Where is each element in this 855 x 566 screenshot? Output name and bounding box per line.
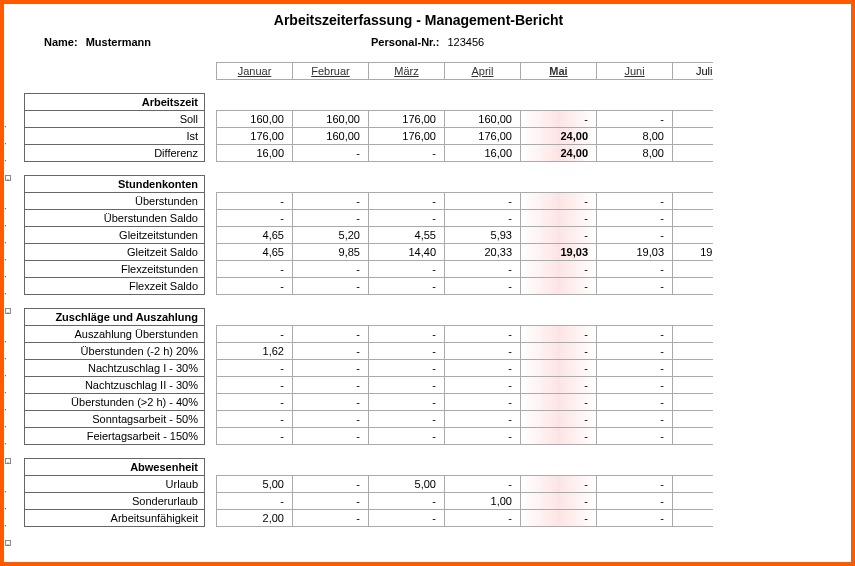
data-cell: - <box>293 261 369 278</box>
data-cell: 160,00 <box>293 111 369 128</box>
row-label: Überstunden Saldo <box>25 210 205 227</box>
data-cell: 19 <box>673 244 713 261</box>
data-cell <box>673 510 713 527</box>
data-cell: - <box>597 343 673 360</box>
data-cell: - <box>293 510 369 527</box>
data-cell: 24,00 <box>521 128 597 145</box>
data-cell: 176,00 <box>369 128 445 145</box>
data-cell: 5,93 <box>445 227 521 244</box>
data-cell: 4,65 <box>217 244 293 261</box>
data-cell: 160,00 <box>217 111 293 128</box>
data-cell: - <box>521 210 597 227</box>
month-header: März <box>369 63 445 80</box>
data-cell: - <box>597 428 673 445</box>
data-cell: - <box>445 360 521 377</box>
data-cell: - <box>369 394 445 411</box>
row-label: Feiertagsarbeit - 150% <box>25 428 205 445</box>
data-cell: - <box>293 210 369 227</box>
data-cell: - <box>293 360 369 377</box>
data-cell: - <box>521 411 597 428</box>
data-cell <box>673 360 713 377</box>
data-cell: - <box>445 343 521 360</box>
data-cell: - <box>597 377 673 394</box>
month-header: Februar <box>293 63 369 80</box>
data-cell: - <box>217 261 293 278</box>
data-cell: - <box>369 493 445 510</box>
row-label: Soll <box>25 111 205 128</box>
data-cell: - <box>217 493 293 510</box>
data-cell: 1,62 <box>217 343 293 360</box>
personnel-value: 123456 <box>448 36 485 48</box>
data-cell: - <box>521 377 597 394</box>
data-cell: - <box>369 145 445 162</box>
row-label: Überstunden (-2 h) 20% <box>25 343 205 360</box>
data-grid: JanuarFebruarMärzAprilMaiJuniJuliArbeits… <box>24 62 833 527</box>
data-cell: - <box>445 193 521 210</box>
data-cell: - <box>521 476 597 493</box>
data-cell: - <box>597 510 673 527</box>
data-cell <box>673 377 713 394</box>
data-cell: - <box>217 193 293 210</box>
data-cell: - <box>369 360 445 377</box>
row-label: Gleitzeitstunden <box>25 227 205 244</box>
data-cell: - <box>293 394 369 411</box>
data-cell <box>673 111 713 128</box>
data-cell: 24,00 <box>521 145 597 162</box>
data-cell: - <box>597 193 673 210</box>
data-cell: - <box>597 394 673 411</box>
outline-gutter: ···- ······- ·······- ···- <box>4 62 18 551</box>
data-cell: - <box>369 343 445 360</box>
data-cell <box>673 193 713 210</box>
data-cell: - <box>369 193 445 210</box>
data-cell: - <box>445 428 521 445</box>
report-frame: Arbeitszeiterfassung - Management-Berich… <box>0 0 855 566</box>
data-cell: 5,00 <box>369 476 445 493</box>
data-cell: - <box>521 111 597 128</box>
data-cell: 16,00 <box>445 145 521 162</box>
report-table: JanuarFebruarMärzAprilMaiJuniJuliArbeits… <box>24 62 713 527</box>
row-label: Nachtzuschlag I - 30% <box>25 360 205 377</box>
data-cell: - <box>217 210 293 227</box>
data-cell <box>673 394 713 411</box>
data-cell: - <box>521 193 597 210</box>
data-cell <box>673 493 713 510</box>
data-cell: - <box>445 394 521 411</box>
row-label: Gleitzeit Saldo <box>25 244 205 261</box>
row-label: Arbeitsunfähigkeit <box>25 510 205 527</box>
data-cell: - <box>445 326 521 343</box>
month-header: Mai <box>521 63 597 80</box>
personnel-label: Personal-Nr.: <box>371 36 439 48</box>
data-cell <box>673 128 713 145</box>
data-cell: 20,33 <box>445 244 521 261</box>
data-cell: - <box>369 428 445 445</box>
data-cell: 8,00 <box>597 145 673 162</box>
data-cell: - <box>369 510 445 527</box>
data-cell: - <box>293 377 369 394</box>
data-cell <box>673 278 713 295</box>
meta-row: Name: Mustermann Personal-Nr.: 123456 <box>44 36 833 48</box>
data-cell: 9,85 <box>293 244 369 261</box>
data-cell: - <box>521 394 597 411</box>
report-page: Arbeitszeiterfassung - Management-Berich… <box>4 4 851 533</box>
data-cell: - <box>217 428 293 445</box>
section-header: Zuschläge und Auszahlung <box>25 309 205 326</box>
row-label: Nachtzuschlag II - 30% <box>25 377 205 394</box>
data-cell: 19,03 <box>521 244 597 261</box>
data-cell: 1,00 <box>445 493 521 510</box>
row-label: Flexzeit Saldo <box>25 278 205 295</box>
data-cell: 176,00 <box>217 128 293 145</box>
row-label: Differenz <box>25 145 205 162</box>
data-cell: 176,00 <box>369 111 445 128</box>
row-label: Auszahlung Überstunden <box>25 326 205 343</box>
data-cell: - <box>597 111 673 128</box>
data-cell: - <box>293 278 369 295</box>
data-cell: - <box>445 377 521 394</box>
data-cell: 2,00 <box>217 510 293 527</box>
data-cell: - <box>445 510 521 527</box>
data-cell: 160,00 <box>445 111 521 128</box>
data-cell: - <box>293 343 369 360</box>
data-cell: 4,65 <box>217 227 293 244</box>
data-cell <box>673 210 713 227</box>
data-cell: - <box>369 326 445 343</box>
data-cell: - <box>217 411 293 428</box>
